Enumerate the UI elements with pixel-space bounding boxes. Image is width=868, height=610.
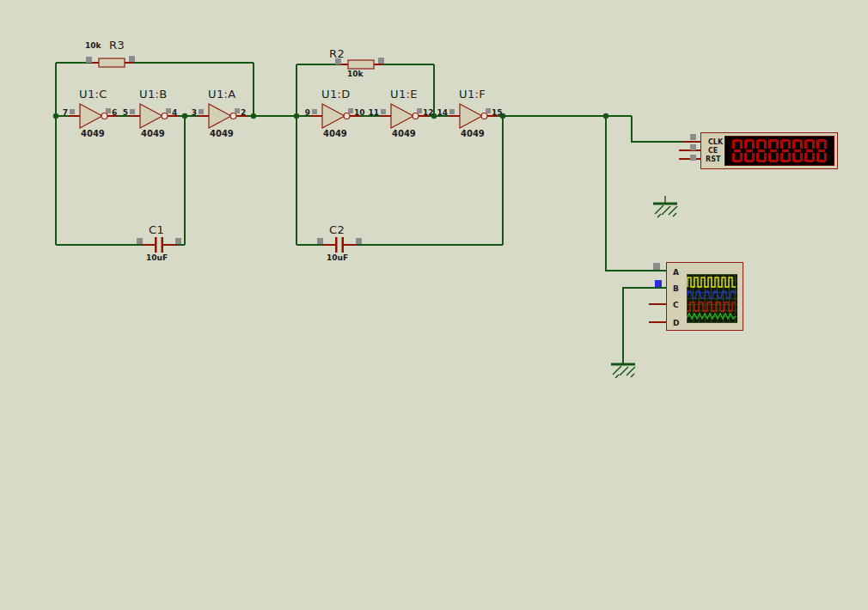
scope-channel-a-label: A — [673, 269, 679, 277]
counter-pin-stubs[interactable] — [679, 134, 700, 161]
capacitor-value-label: 10uF — [327, 254, 348, 262]
waveform-channel-d — [687, 314, 736, 319]
waveform-channel-b — [687, 291, 736, 298]
counter-pin-ce-label: CE — [708, 148, 718, 155]
seven-segment-digit — [792, 139, 803, 162]
pin-number: 5 — [117, 109, 128, 117]
inverter-ref-label: U1:B — [139, 88, 168, 100]
resistor-ref-label: R2 — [329, 48, 345, 59]
inverter-ref-label: U1:E — [390, 88, 418, 100]
capacitor-value-label: 10uF — [146, 254, 168, 262]
pin-number: 9 — [299, 109, 310, 117]
seven-segment-digit — [744, 139, 755, 162]
seven-segment-digit — [804, 139, 815, 162]
capacitor-c2-symbol[interactable] — [317, 237, 362, 253]
inverter-ref-label: U1:C — [79, 88, 107, 100]
waveform-channel-c — [688, 302, 736, 311]
seven-segment-digit — [756, 139, 767, 162]
capacitor-c1-symbol[interactable] — [137, 237, 181, 253]
pin-number: 3 — [186, 109, 197, 117]
resistor-ref-label: R3 — [109, 40, 125, 51]
waveform-channel-a — [688, 278, 736, 287]
counter-pin-rst-label: RST — [706, 156, 720, 163]
pin-number: 4 — [172, 109, 177, 117]
capacitor-ref-label: C1 — [149, 224, 164, 235]
pin-number: 2 — [241, 109, 246, 117]
inverter-part-label: 4049 — [392, 130, 416, 138]
inverter-part-label: 4049 — [81, 130, 105, 138]
inverter-u1e-symbol[interactable] — [379, 104, 429, 128]
pin-number: 12 — [423, 109, 434, 117]
inverter-ref-label: U1:A — [208, 88, 236, 100]
scope-channel-c-label: C — [673, 302, 679, 309]
oscilloscope-component[interactable]: A B C D — [666, 262, 743, 331]
resistor-r3-symbol[interactable] — [86, 56, 135, 67]
inverter-u1d-symbol[interactable] — [310, 104, 360, 128]
inverter-ref-label: U1:F — [459, 88, 486, 100]
counter-display-component[interactable]: CLK CE RST — [700, 132, 838, 169]
inverter-part-label: 4049 — [323, 130, 347, 138]
inverter-u1b-symbol[interactable] — [128, 104, 178, 128]
inverter-u1c-symbol[interactable] — [68, 104, 118, 128]
pin-number: 15 — [492, 109, 503, 117]
schematic-canvas: 10k R3 R2 10k C1 10uF C2 10uF U1:C 4049 … — [0, 0, 868, 610]
inverter-u1a-symbol[interactable] — [197, 104, 247, 128]
ground-symbol-floating[interactable] — [653, 196, 677, 217]
scope-channel-d-label: D — [673, 320, 679, 327]
inverter-part-label: 4049 — [141, 130, 165, 138]
inverter-ref-label: U1:D — [321, 88, 351, 100]
counter-pin-clk-label: CLK — [708, 139, 723, 146]
inverter-part-label: 4049 — [210, 130, 234, 138]
pin-number: 7 — [57, 109, 68, 117]
capacitor-ref-label: C2 — [329, 224, 345, 235]
scope-pin-stubs[interactable] — [649, 263, 666, 322]
pin-number: 10 — [354, 109, 365, 117]
inverter-part-label: 4049 — [461, 130, 485, 138]
scope-screen — [687, 274, 737, 323]
seven-segment-digit — [816, 139, 827, 162]
seven-segment-digit — [732, 139, 743, 162]
counter-display — [724, 136, 834, 166]
resistor-value-label: 10k — [347, 70, 364, 78]
pin-number: 14 — [434, 109, 448, 117]
seven-segment-digit — [768, 139, 779, 162]
scope-channel-b-label: B — [673, 285, 679, 293]
seven-segment-digit — [780, 139, 791, 162]
resistor-value-label: 10k — [85, 42, 101, 50]
inverter-u1f-symbol[interactable] — [448, 104, 498, 128]
pin-number: 11 — [365, 109, 379, 117]
ground-symbol-scope[interactable] — [611, 364, 635, 378]
